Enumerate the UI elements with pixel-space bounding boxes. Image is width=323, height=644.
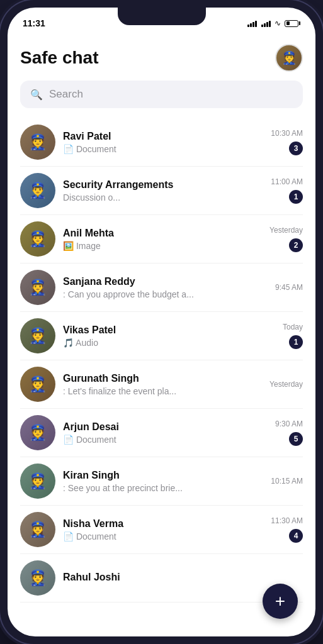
chat-name: Nisha Verma [63,518,266,530]
chat-avatar-emoji: 👮 [28,375,47,393]
chat-name: Arjun Desai [63,421,270,433]
chat-info: Arjun Desai 📄 Document [63,421,270,445]
chat-avatar: 👮 [20,464,55,499]
chat-avatar: 👮 [20,415,55,450]
chat-preview: 📄 Document [63,531,266,541]
chat-info: Sanjana Reddy : Can you approve the budg… [63,276,270,299]
chat-name: Kiran Singh [63,470,266,481]
chat-time: Today [283,323,303,331]
chat-avatar-emoji: 👮 [28,133,47,151]
chat-preview: 🎵 Audio [63,338,278,348]
chat-meta: Yesterday 2 [269,226,303,252]
unread-badge: 1 [289,335,303,349]
chat-info: Anil Mehta 🖼️ Image [63,228,264,251]
chat-avatar-emoji: 👮 [28,424,47,441]
notch [118,8,206,25]
status-icons: ∿ [247,19,300,28]
chat-item[interactable]: 👮 Kiran Singh : See you at the precinct … [20,457,303,506]
chat-name: Vikas Patel [63,325,278,336]
chat-info: Vikas Patel 🎵 Audio [63,325,278,348]
chat-avatar: 👮‍♀️ [20,512,55,547]
chat-info: Gurunath Singh : Let's finalize the even… [63,373,264,396]
chat-meta: 9:45 AM [275,283,303,292]
chat-preview: : See you at the precinct brie... [63,483,266,493]
chat-time: 11:30 AM [271,516,303,525]
signal-icon [247,19,257,27]
chat-preview: 📄 Document [63,144,266,154]
chat-time: 10:30 AM [271,129,303,138]
chat-avatar: 👮 [20,318,55,353]
chat-name: Gurunath Singh [63,373,264,384]
chat-avatar: 👮 [20,221,55,257]
chat-info: Security Arrangements Discussion o... [63,179,266,203]
unread-badge: 4 [289,529,303,543]
chat-time: 9:30 AM [275,419,303,428]
unread-badge: 3 [289,142,303,155]
unread-badge: 2 [289,238,303,252]
app-content: Safe chat 👮 🔍 Search 👮 Ravi Patel 📄 Docu… [8,35,315,636]
chat-name: Ravi Patel [63,131,266,142]
header-avatar[interactable]: 👮 [275,44,303,72]
chat-time: 11:00 AM [271,177,303,186]
chat-item[interactable]: 👮‍♀️ Nisha Verma 📄 Document 11:30 AM 4 [20,506,303,554]
chat-avatar-emoji: 👮‍♂️ [28,182,47,199]
chat-time: Yesterday [269,226,303,235]
chat-avatar-emoji: 👮 [28,472,47,490]
chat-meta: Today 1 [283,323,303,349]
chat-avatar-emoji: 👮 [28,569,47,587]
chat-item[interactable]: 👮 Anil Mehta 🖼️ Image Yesterday 2 [20,215,303,264]
phone-screen: 11:31 ∿ [8,8,315,636]
chat-avatar: 👮 [20,125,55,160]
chat-name: Security Arrangements [63,179,266,191]
chat-preview: Discussion o... [63,192,266,203]
chat-preview: : Can you approve the budget a... [63,289,270,299]
battery-icon [285,20,300,27]
chat-meta: 9:30 AM 5 [275,419,303,446]
chat-avatar-emoji: 👮 [28,327,47,345]
status-time: 11:31 [23,18,45,28]
search-icon: 🔍 [30,89,43,101]
chat-list: 👮 Ravi Patel 📄 Document 10:30 AM 3 👮‍♂️ … [20,118,303,631]
chat-avatar: 👮 [20,560,55,596]
chat-avatar: 👮 [20,367,55,402]
chat-time: Yesterday [269,380,303,389]
search-bar[interactable]: 🔍 Search [20,80,303,108]
chat-info: Ravi Patel 📄 Document [63,131,266,154]
chat-meta: Yesterday [269,380,303,389]
chat-avatar: 👮‍♂️ [20,173,55,208]
phone-frame: 11:31 ∿ [0,0,323,644]
chat-preview: : Let's finalize the event pla... [63,386,264,396]
unread-badge: 1 [289,190,303,204]
app-title: Safe chat [20,48,99,68]
chat-item[interactable]: 👮 Gurunath Singh : Let's finalize the ev… [20,360,303,409]
chat-name: Rahul Joshi [63,572,298,583]
compose-button[interactable]: + [263,584,298,619]
chat-time: 10:15 AM [271,477,303,486]
chat-preview: 📄 Document [63,435,270,445]
chat-item[interactable]: 👮‍♂️ Security Arrangements Discussion o.… [20,167,303,215]
signal-icon-2 [261,19,271,27]
chat-name: Sanjana Reddy [63,276,270,287]
header: Safe chat 👮 [20,35,303,80]
chat-meta: 11:30 AM 4 [271,516,303,543]
chat-time: 9:45 AM [275,283,303,292]
chat-avatar-emoji: 👮‍♀️ [28,279,47,296]
chat-meta: 10:30 AM 3 [271,129,303,155]
chat-item[interactable]: 👮 Vikas Patel 🎵 Audio Today 1 [20,312,303,360]
wifi-icon: ∿ [275,19,281,28]
chat-avatar-emoji: 👮‍♀️ [28,521,47,538]
chat-preview: 🖼️ Image [63,241,264,251]
header-avatar-emoji: 👮 [281,50,297,65]
chat-name: Anil Mehta [63,228,264,239]
chat-avatar: 👮‍♀️ [20,270,55,305]
chat-avatar-emoji: 👮 [28,230,47,248]
search-placeholder: Search [49,88,83,101]
chat-info: Kiran Singh : See you at the precinct br… [63,470,266,493]
chat-meta: 11:00 AM 1 [271,177,303,204]
unread-badge: 5 [289,432,303,446]
chat-item[interactable]: 👮 Rahul Joshi [20,554,303,602]
chat-item[interactable]: 👮‍♀️ Sanjana Reddy : Can you approve the… [20,264,303,312]
chat-item[interactable]: 👮 Ravi Patel 📄 Document 10:30 AM 3 [20,118,303,167]
chat-item[interactable]: 👮 Arjun Desai 📄 Document 9:30 AM 5 [20,409,303,457]
chat-info: Nisha Verma 📄 Document [63,518,266,541]
